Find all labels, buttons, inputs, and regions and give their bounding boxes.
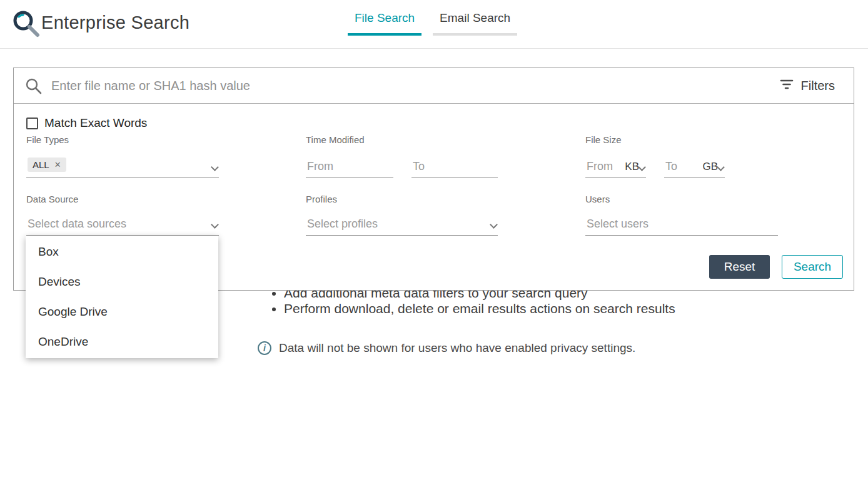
chevron-down-icon [717, 163, 725, 171]
search-button[interactable]: Search [782, 255, 843, 279]
reset-button[interactable]: Reset [709, 255, 770, 279]
data-source-option-box[interactable]: Box [26, 237, 218, 267]
file-size-from-unit[interactable]: KB [625, 161, 639, 173]
time-modified-to-input[interactable] [413, 160, 497, 173]
app-logo-magnifier-icon [11, 9, 41, 39]
file-types-label: File Types [26, 134, 69, 145]
time-modified-from-input[interactable] [307, 160, 392, 173]
file-size-to-field[interactable]: GB [664, 149, 725, 178]
file-size-to-unit[interactable]: GB [702, 161, 718, 173]
file-search-input[interactable] [51, 79, 780, 93]
match-exact-words-row: Match Exact Words [26, 116, 147, 130]
data-source-label: Data Source [26, 194, 78, 204]
data-source-option-onedrive[interactable]: OneDrive [26, 327, 218, 357]
users-label: Users [585, 194, 610, 204]
privacy-note: i Data will not be shown for users who h… [258, 341, 635, 355]
chevron-down-icon [211, 163, 219, 171]
match-exact-words-checkbox[interactable] [26, 118, 38, 129]
time-modified-label: Time Modified [306, 134, 365, 145]
search-bar: Filters [14, 68, 854, 104]
file-size-label: File Size [585, 134, 622, 145]
time-modified-from-field[interactable] [306, 149, 393, 178]
data-source-dropdown: Box Devices Google Drive OneDrive [26, 236, 218, 358]
file-size-to-input[interactable] [665, 160, 694, 173]
match-exact-words-label: Match Exact Words [44, 116, 147, 130]
time-modified-to-field[interactable] [411, 149, 498, 178]
data-source-placeholder: Select data sources [28, 218, 126, 231]
data-source-option-devices[interactable]: Devices [26, 267, 218, 297]
privacy-note-text: Data will not be shown for users who hav… [279, 341, 635, 355]
info-icon: i [258, 341, 271, 355]
profiles-select[interactable]: Select profiles [306, 207, 498, 236]
top-tabs: File Search Email Search [348, 7, 517, 36]
file-size-from-field[interactable]: KB [585, 149, 646, 178]
data-source-option-google-drive[interactable]: Google Drive [26, 297, 218, 327]
chevron-down-icon [638, 163, 646, 171]
search-icon [25, 78, 42, 94]
data-source-select[interactable]: Select data sources [26, 207, 219, 236]
filter-icon [780, 78, 794, 93]
chip-remove-icon[interactable]: ✕ [54, 161, 61, 169]
users-select[interactable]: Select users [585, 207, 778, 236]
app-title: Enterprise Search [41, 12, 189, 33]
file-size-from-input[interactable] [587, 160, 616, 173]
file-type-chip-label: ALL [33, 159, 49, 170]
file-type-chip: ALL ✕ [28, 158, 66, 172]
profiles-label: Profiles [306, 194, 337, 204]
file-types-select[interactable]: ALL ✕ [26, 149, 219, 178]
users-placeholder: Select users [587, 218, 648, 231]
profiles-placeholder: Select profiles [307, 218, 378, 231]
chevron-down-icon [490, 221, 498, 229]
filters-button[interactable]: Filters [780, 78, 835, 93]
chevron-down-icon [211, 221, 219, 229]
tab-file-search[interactable]: File Search [348, 7, 421, 36]
tip-item: Perform download, delete or email result… [284, 301, 675, 316]
tab-email-search[interactable]: Email Search [433, 7, 517, 36]
app-header: Enterprise Search File Search Email Sear… [0, 0, 868, 49]
filters-label: Filters [801, 79, 835, 93]
